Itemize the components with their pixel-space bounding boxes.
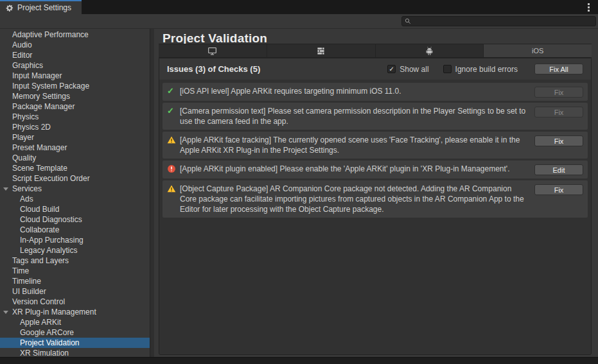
search-input[interactable] <box>401 16 596 26</box>
sidebar-item-graphics[interactable]: Graphics <box>0 60 150 71</box>
sidebar-item-label: Apple ARKit <box>0 318 61 327</box>
sidebar-item-editor[interactable]: Editor <box>0 50 150 60</box>
sidebar-item-collaborate[interactable]: Collaborate <box>0 225 150 235</box>
sidebar-item-input-system-package[interactable]: Input System Package <box>0 81 150 91</box>
sidebar-item-label: Input Manager <box>0 71 62 80</box>
kebab-menu-icon[interactable] <box>584 3 593 12</box>
sidebar-item-ads[interactable]: Ads <box>0 194 150 204</box>
sidebar-item-cloud-build[interactable]: Cloud Build <box>0 204 150 214</box>
sidebar-item-timeline[interactable]: Timeline <box>0 276 150 286</box>
sidebar-item-label: Cloud Diagnostics <box>0 215 82 224</box>
success-icon: ✓ <box>167 106 180 116</box>
window-title: Project Settings <box>17 3 71 12</box>
checkbox-icon[interactable]: ✓ <box>387 65 396 73</box>
title-bar: Project Settings <box>0 0 598 14</box>
sidebar-item-input-manager[interactable]: Input Manager <box>0 71 150 81</box>
project-settings-window: Project Settings Adaptive PerformanceAud… <box>0 0 598 364</box>
sidebar-item-label: Physics <box>0 112 39 121</box>
sidebar-item-preset-manager[interactable]: Preset Manager <box>0 143 150 153</box>
error-icon <box>167 164 180 173</box>
issue-message: [Apple ARKit plugin enabled] Please enab… <box>180 164 530 174</box>
sidebar-item-label: Memory Settings <box>0 92 70 101</box>
sidebar-item-label: Timeline <box>0 277 41 286</box>
sidebar-item-label: Graphics <box>0 61 43 70</box>
sidebar-item-in-app-purchasing[interactable]: In-App Purchasing <box>0 235 150 245</box>
platform-tab-bar: iOS <box>159 44 592 58</box>
tab-desktop[interactable] <box>159 44 267 57</box>
sidebar-item-time[interactable]: Time <box>0 266 150 276</box>
desktop-platform-icon <box>207 46 217 56</box>
success-icon: ✓ <box>167 86 180 96</box>
warning-icon <box>167 135 180 144</box>
issue-row[interactable]: ✓[Camera permission text] Please set cam… <box>163 103 588 130</box>
ignore-build-errors-label: Ignore build errors <box>455 65 518 74</box>
sidebar-item-apple-arkit[interactable]: Apple ARKit <box>0 317 150 327</box>
sidebar-item-label: Preset Manager <box>0 143 67 152</box>
fix-button[interactable]: Fix <box>534 87 583 98</box>
issues-header: Issues (3) of Checks (5) ✓ Show all Igno… <box>159 58 591 80</box>
ignore-build-errors-checkbox[interactable]: Ignore build errors <box>443 65 518 74</box>
sidebar-item-version-control[interactable]: Version Control <box>0 297 150 307</box>
sidebar-item-label: In-App Purchasing <box>0 236 84 245</box>
edit-button[interactable]: Edit <box>534 164 583 175</box>
sidebar-item-physics-2d[interactable]: Physics 2D <box>0 122 150 132</box>
foldout-arrow-icon[interactable] <box>3 311 8 314</box>
sidebar-item-script-execution-order[interactable]: Script Execution Order <box>0 173 150 184</box>
sidebar-item-xr-plug-in-management[interactable]: XR Plug-in Management <box>0 307 150 317</box>
sidebar-item-label: XR Simulation <box>0 349 69 357</box>
issue-row[interactable]: [Apple ARKit plugin enabled] Please enab… <box>163 160 588 178</box>
sidebar-item-physics[interactable]: Physics <box>0 112 150 122</box>
sidebar-item-label: Legacy Analytics <box>0 246 77 255</box>
sidebar-item-google-arcore[interactable]: Google ARCore <box>0 327 150 338</box>
issues-list: ✓[iOS API level] Apple ARKit requires ta… <box>159 80 591 354</box>
sidebar-item-legacy-analytics[interactable]: Legacy Analytics <box>0 245 150 256</box>
sidebar-item-label: Quality <box>0 153 36 162</box>
fix-button[interactable]: Fix <box>534 107 583 117</box>
sidebar-item-label: Audio <box>0 40 32 49</box>
issue-message: [Apple ARKit face tracking] The currentl… <box>180 135 530 155</box>
sidebar-item-project-validation[interactable]: Project Validation <box>0 338 150 348</box>
sidebar-item-ui-builder[interactable]: UI Builder <box>0 286 150 297</box>
sidebar-item-audio[interactable]: Audio <box>0 40 150 50</box>
sidebar-item-label: Collaborate <box>0 225 59 234</box>
sidebar-item-tags-and-layers[interactable]: Tags and Layers <box>0 256 150 266</box>
sidebar-item-services[interactable]: Services <box>0 184 150 194</box>
window-bottom-edge <box>0 357 598 364</box>
issue-message: [iOS API level] Apple ARKit requires tar… <box>180 86 530 96</box>
issue-row[interactable]: [Apple ARKit face tracking] The currentl… <box>163 132 588 159</box>
sidebar-item-quality[interactable]: Quality <box>0 153 150 163</box>
tab-dedicated-server[interactable] <box>267 44 376 57</box>
android-platform-icon <box>425 46 434 56</box>
sidebar-item-label: Cloud Build <box>0 205 59 214</box>
sidebar-item-adaptive-performance[interactable]: Adaptive Performance <box>0 30 150 40</box>
sidebar-item-label: Editor <box>0 51 32 60</box>
issue-message: [Camera permission text] Please set came… <box>180 106 530 126</box>
sidebar-item-label: XR Plug-in Management <box>0 308 96 316</box>
sidebar-item-label: Player <box>0 133 34 142</box>
dedicated-server-platform-icon <box>316 46 326 56</box>
sidebar-item-label: Adaptive Performance <box>0 30 89 39</box>
sidebar-item-package-manager[interactable]: Package Manager <box>0 101 150 112</box>
issues-count-title: Issues (3) of Checks (5) <box>167 64 260 74</box>
warning-icon <box>167 184 180 193</box>
issue-row[interactable]: [Object Capture Package] AR Companion Co… <box>163 180 588 218</box>
tab-label: iOS <box>532 47 543 55</box>
sidebar-item-memory-settings[interactable]: Memory Settings <box>0 91 150 101</box>
fix-button[interactable]: Fix <box>534 135 583 146</box>
fix-all-button[interactable]: Fix All <box>534 64 583 74</box>
sidebar-item-label: Ads <box>0 195 33 204</box>
sidebar-item-player[interactable]: Player <box>0 132 150 143</box>
show-all-checkbox[interactable]: ✓ Show all <box>387 65 428 74</box>
sidebar-item-cloud-diagnostics[interactable]: Cloud Diagnostics <box>0 214 150 225</box>
sidebar-item-xr-simulation[interactable]: XR Simulation <box>0 348 150 357</box>
checkbox-icon[interactable] <box>443 65 452 73</box>
sidebar-item-scene-template[interactable]: Scene Template <box>0 163 150 173</box>
sidebar-item-label: Package Manager <box>0 102 75 111</box>
tab-android[interactable] <box>376 44 484 57</box>
fix-button[interactable]: Fix <box>534 184 583 195</box>
validation-container: Issues (3) of Checks (5) ✓ Show all Igno… <box>159 58 592 355</box>
tab-ios[interactable]: iOS <box>484 44 592 57</box>
window-tab-project-settings[interactable]: Project Settings <box>0 0 82 14</box>
issue-row[interactable]: ✓[iOS API level] Apple ARKit requires ta… <box>163 83 588 101</box>
foldout-arrow-icon[interactable] <box>3 187 8 191</box>
